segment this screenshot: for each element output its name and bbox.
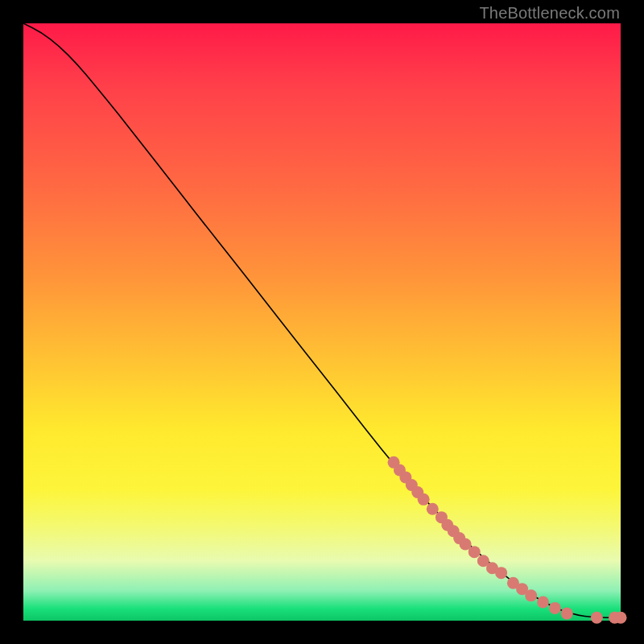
marker-group xyxy=(388,456,627,624)
data-marker xyxy=(427,503,439,515)
data-marker xyxy=(418,493,430,506)
data-marker xyxy=(495,567,507,579)
data-marker xyxy=(537,596,549,608)
data-marker xyxy=(561,608,573,620)
chart-overlay xyxy=(23,23,621,621)
chart-stage: TheBottleneck.com xyxy=(0,0,644,644)
curve-line xyxy=(23,23,621,617)
data-marker xyxy=(615,612,627,624)
data-marker xyxy=(469,546,481,558)
attribution-text: TheBottleneck.com xyxy=(479,4,620,23)
data-marker xyxy=(549,602,561,614)
data-marker xyxy=(525,589,537,601)
data-marker xyxy=(591,612,603,624)
